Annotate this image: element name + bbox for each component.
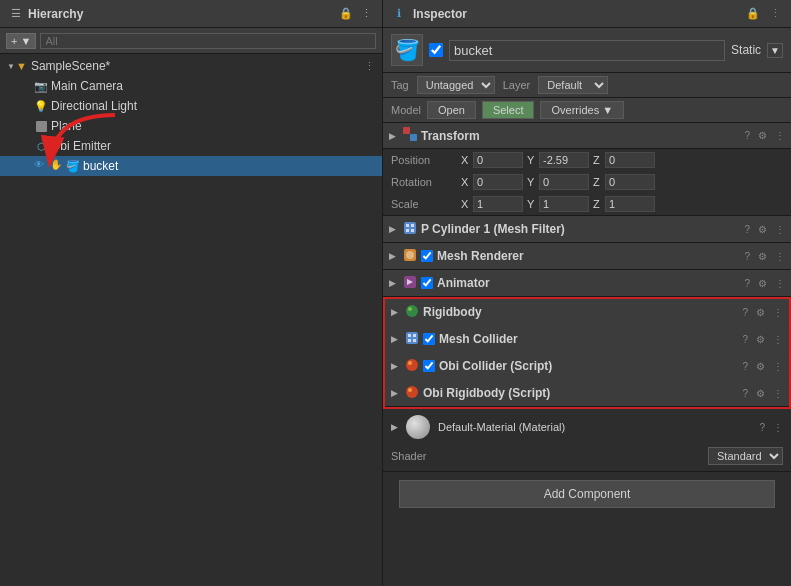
scene-icon: ▼ xyxy=(16,60,27,72)
model-select-btn[interactable]: Select xyxy=(482,101,535,119)
layer-dropdown[interactable]: Default xyxy=(538,76,608,94)
mesh-renderer-menu-icon[interactable]: ⋮ xyxy=(775,251,785,262)
rigidbody-help-icon[interactable]: ? xyxy=(742,307,748,318)
transform-menu-icon[interactable]: ⋮ xyxy=(775,130,785,141)
rotation-y-input[interactable] xyxy=(539,174,589,190)
scene-expand-icon xyxy=(6,61,16,71)
light-icon: 💡 xyxy=(34,99,48,113)
obi-rigidbody-settings-icon[interactable]: ⚙ xyxy=(756,388,765,399)
rigidbody-settings-icon[interactable]: ⚙ xyxy=(756,307,765,318)
obi-emitter-label: Obi Emitter xyxy=(51,139,111,153)
animator-settings-icon[interactable]: ⚙ xyxy=(758,278,767,289)
position-y-input[interactable] xyxy=(539,152,589,168)
inspector-lock-icon[interactable]: 🔒 xyxy=(745,6,761,22)
obi-collider-settings-icon[interactable]: ⚙ xyxy=(756,361,765,372)
hierarchy-item-plane[interactable]: Plane xyxy=(0,116,382,136)
add-button[interactable]: + ▼ xyxy=(6,33,36,49)
svg-point-21 xyxy=(408,361,412,365)
rigidbody-menu-icon[interactable]: ⋮ xyxy=(773,307,783,318)
obi-collider-checkbox[interactable] xyxy=(423,360,435,372)
hierarchy-content: ▼ SampleScene* ⋮ 📷 Main Camera 💡 Directi… xyxy=(0,54,382,586)
material-help-icon[interactable]: ? xyxy=(759,422,765,433)
scale-z-input[interactable] xyxy=(605,196,655,212)
scene-root[interactable]: ▼ SampleScene* ⋮ xyxy=(0,56,382,76)
scale-xyz: X Y Z xyxy=(461,196,783,212)
transform-section: Transform ? ⚙ ⋮ Position X Y xyxy=(383,123,791,216)
tag-dropdown[interactable]: Untagged xyxy=(417,76,495,94)
material-expand-arrow: ▶ xyxy=(391,422,398,432)
model-label: Model xyxy=(391,104,421,116)
transform-settings-icon[interactable]: ⚙ xyxy=(758,130,767,141)
obi-collider-menu-icon[interactable]: ⋮ xyxy=(773,361,783,372)
transform-header[interactable]: Transform ? ⚙ ⋮ xyxy=(383,123,791,149)
add-component-container: Add Component xyxy=(383,472,791,524)
mesh-renderer-icon xyxy=(403,248,417,265)
scale-y-input[interactable] xyxy=(539,196,589,212)
obi-collider-header[interactable]: Obi Collider (Script) ? ⚙ ⋮ xyxy=(385,353,789,379)
animator-checkbox[interactable] xyxy=(421,277,433,289)
animator-header[interactable]: Animator ? ⚙ ⋮ xyxy=(383,270,791,296)
animator-help-icon[interactable]: ? xyxy=(744,278,750,289)
object-header: 🪣 Static ▼ xyxy=(383,28,791,73)
mesh-collider-checkbox[interactable] xyxy=(423,333,435,345)
scene-menu-icon[interactable]: ⋮ xyxy=(362,59,376,73)
mesh-renderer-header[interactable]: Mesh Renderer ? ⚙ ⋮ xyxy=(383,243,791,269)
obi-rigidbody-header[interactable]: Obi Rigidbody (Script) ? ⚙ ⋮ xyxy=(385,380,789,406)
inspector-menu-icon[interactable]: ⋮ xyxy=(767,6,783,22)
mesh-filter-menu-icon[interactable]: ⋮ xyxy=(775,224,785,235)
mesh-filter-help-icon[interactable]: ? xyxy=(744,224,750,235)
transform-help-icon[interactable]: ? xyxy=(744,130,750,141)
mesh-collider-help-icon[interactable]: ? xyxy=(742,334,748,345)
obi-rigidbody-help-icon[interactable]: ? xyxy=(742,388,748,399)
material-menu-icon[interactable]: ⋮ xyxy=(773,422,783,433)
menu-icon[interactable]: ⋮ xyxy=(358,6,374,22)
visibility-icon[interactable]: 👁 xyxy=(34,159,48,173)
rotation-x-input[interactable] xyxy=(473,174,523,190)
mesh-collider-header[interactable]: Mesh Collider ? ⚙ ⋮ xyxy=(385,326,789,352)
scale-z-field: Z xyxy=(593,196,655,212)
mesh-collider-settings-icon[interactable]: ⚙ xyxy=(756,334,765,345)
rigidbody-name: Rigidbody xyxy=(423,305,738,319)
rotation-z-label: Z xyxy=(593,176,603,188)
object-name-input[interactable] xyxy=(449,40,725,61)
shader-dropdown[interactable]: Standard xyxy=(708,447,783,465)
rotation-row: Rotation X Y Z xyxy=(383,171,791,193)
model-overrides-btn[interactable]: Overrides ▼ xyxy=(540,101,624,119)
svg-rect-6 xyxy=(411,224,414,227)
mesh-renderer-settings-icon[interactable]: ⚙ xyxy=(758,251,767,262)
mesh-filter-header[interactable]: P Cylinder 1 (Mesh Filter) ? ⚙ ⋮ xyxy=(383,216,791,242)
static-dropdown-btn[interactable]: ▼ xyxy=(767,43,783,58)
lock-icon[interactable]: 🔒 xyxy=(338,6,354,22)
obi-rigidbody-section: Obi Rigidbody (Script) ? ⚙ ⋮ xyxy=(385,380,789,407)
hierarchy-icon: ☰ xyxy=(8,6,24,22)
position-z-label: Z xyxy=(593,154,603,166)
position-z-input[interactable] xyxy=(605,152,655,168)
mesh-renderer-checkbox[interactable] xyxy=(421,250,433,262)
hand-icon[interactable]: ✋ xyxy=(50,159,64,173)
mesh-filter-settings-icon[interactable]: ⚙ xyxy=(758,224,767,235)
main-camera-label: Main Camera xyxy=(51,79,123,93)
scale-x-input[interactable] xyxy=(473,196,523,212)
position-x-input[interactable] xyxy=(473,152,523,168)
search-input[interactable] xyxy=(40,33,376,49)
hierarchy-item-obi-emitter[interactable]: ⬡ Obi Emitter xyxy=(0,136,382,156)
mesh-collider-menu-icon[interactable]: ⋮ xyxy=(773,334,783,345)
rotation-z-input[interactable] xyxy=(605,174,655,190)
plane-label: Plane xyxy=(51,119,82,133)
animator-expand-icon xyxy=(389,278,399,288)
rigidbody-header[interactable]: Rigidbody ? ⚙ ⋮ xyxy=(385,299,789,325)
position-x-field: X xyxy=(461,152,523,168)
add-component-button[interactable]: Add Component xyxy=(399,480,775,508)
object-enabled-checkbox[interactable] xyxy=(429,43,443,57)
svg-rect-16 xyxy=(408,334,411,337)
model-open-btn[interactable]: Open xyxy=(427,101,476,119)
hierarchy-item-directional-light[interactable]: 💡 Directional Light xyxy=(0,96,382,116)
obi-rigidbody-menu-icon[interactable]: ⋮ xyxy=(773,388,783,399)
obi-collider-expand-icon xyxy=(391,361,401,371)
hierarchy-item-bucket[interactable]: 👁 ✋ 🪣 bucket xyxy=(0,156,382,176)
mesh-renderer-help-icon[interactable]: ? xyxy=(744,251,750,262)
animator-menu-icon[interactable]: ⋮ xyxy=(775,278,785,289)
mesh-filter-section: P Cylinder 1 (Mesh Filter) ? ⚙ ⋮ xyxy=(383,216,791,243)
hierarchy-item-main-camera[interactable]: 📷 Main Camera xyxy=(0,76,382,96)
obi-collider-help-icon[interactable]: ? xyxy=(742,361,748,372)
